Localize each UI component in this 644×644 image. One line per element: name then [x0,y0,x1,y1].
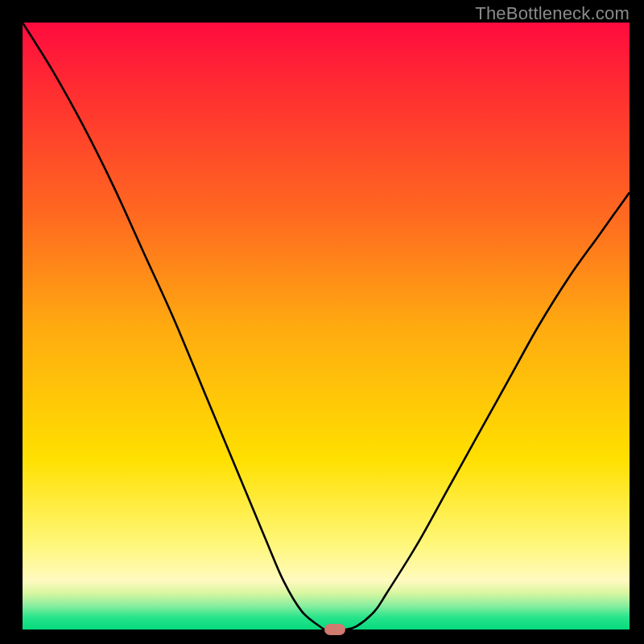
curve-layer [23,23,630,630]
plot-area [23,23,630,630]
dip-marker [324,624,345,635]
bottleneck-curve [23,23,630,630]
watermark-text: TheBottleneck.com [475,3,630,24]
chart-frame: TheBottleneck.com [0,0,644,644]
